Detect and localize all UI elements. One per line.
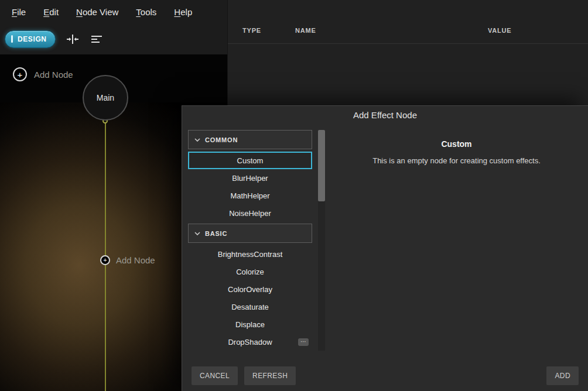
menu-edit[interactable]: Edit — [43, 7, 59, 17]
section-label: BASIC — [205, 230, 227, 237]
list-scrollbar-track[interactable] — [318, 130, 325, 351]
add-button[interactable]: ADD — [546, 366, 579, 385]
effect-list: COMMON Custom BlurHelper MathHelper Nois… — [188, 130, 312, 351]
menu-help[interactable]: Help — [174, 7, 192, 17]
dialog-footer: CANCEL REFRESH ADD — [192, 366, 579, 385]
effect-detail-panel: Custom This is an empty node for creatin… — [334, 132, 579, 165]
fit-to-center-button[interactable] — [65, 33, 80, 46]
layout-lines-button[interactable] — [90, 33, 104, 45]
add-node-button-mid[interactable]: + Add Node — [100, 255, 155, 265]
add-node-button-top[interactable]: + Add Node — [13, 67, 73, 81]
chevron-down-icon — [194, 232, 200, 235]
column-header-type: TYPE — [242, 27, 261, 34]
table-header-divider — [228, 43, 588, 44]
plus-icon: + — [13, 67, 27, 81]
column-header-value: VALUE — [488, 27, 511, 34]
collapse-horizontal-icon — [66, 34, 79, 44]
list-item-custom[interactable]: Custom — [188, 152, 312, 169]
list-scrollbar-thumb[interactable] — [318, 130, 325, 201]
plus-icon: + — [100, 255, 110, 265]
main-node[interactable]: Main — [83, 75, 128, 121]
menu-node-view[interactable]: Node View — [76, 7, 118, 17]
column-header-name: NAME — [295, 27, 316, 34]
effect-detail-title: Custom — [334, 132, 579, 149]
list-item-mathhelper[interactable]: MathHelper — [188, 187, 312, 204]
section-label: COMMON — [205, 136, 238, 143]
list-item-displace[interactable]: Displace — [188, 315, 312, 333]
toolbar: DESIGN — [0, 23, 227, 54]
list-item-noisehelper[interactable]: NoiseHelper — [188, 204, 312, 222]
more-options-icon[interactable]: ⋯ — [298, 338, 309, 346]
list-item-brightnesscontrast[interactable]: BrightnessContrast — [188, 245, 312, 263]
add-node-label: Add Node — [34, 70, 73, 80]
menu-file[interactable]: File — [12, 7, 26, 17]
main-node-label: Main — [97, 93, 114, 102]
add-effect-node-dialog: Add Effect Node COMMON Custom BlurHelper… — [182, 105, 588, 391]
chevron-down-icon — [194, 138, 200, 142]
design-button-label: DESIGN — [18, 35, 47, 43]
section-header-basic[interactable]: BASIC — [188, 224, 312, 243]
cancel-button[interactable]: CANCEL — [192, 366, 238, 385]
top-bar: File Edit Node View Tools Help DESIGN — [0, 0, 227, 54]
list-item-label: DropShadow — [228, 338, 272, 347]
add-node-label: Add Node — [116, 255, 155, 265]
list-item-coloroverlay[interactable]: ColorOverlay — [188, 280, 312, 298]
refresh-button[interactable]: REFRESH — [244, 366, 296, 385]
align-lines-icon — [91, 35, 102, 44]
list-item-colorize[interactable]: Colorize — [188, 263, 312, 280]
design-mode-button[interactable]: DESIGN — [5, 30, 56, 48]
application-window: File Edit Node View Tools Help DESIGN — [0, 0, 588, 391]
design-indicator-icon — [11, 35, 13, 43]
list-item-dropshadow[interactable]: DropShadow ⋯ — [188, 333, 312, 351]
menu-tools[interactable]: Tools — [136, 7, 156, 17]
menu-bar: File Edit Node View Tools Help — [0, 0, 227, 23]
section-header-common[interactable]: COMMON — [188, 130, 312, 149]
list-item-desaturate[interactable]: Desaturate — [188, 298, 312, 315]
dialog-title: Add Effect Node — [182, 110, 588, 120]
effect-detail-description: This is an empty node for creating custo… — [334, 156, 579, 165]
list-item-blurhelper[interactable]: BlurHelper — [188, 169, 312, 187]
